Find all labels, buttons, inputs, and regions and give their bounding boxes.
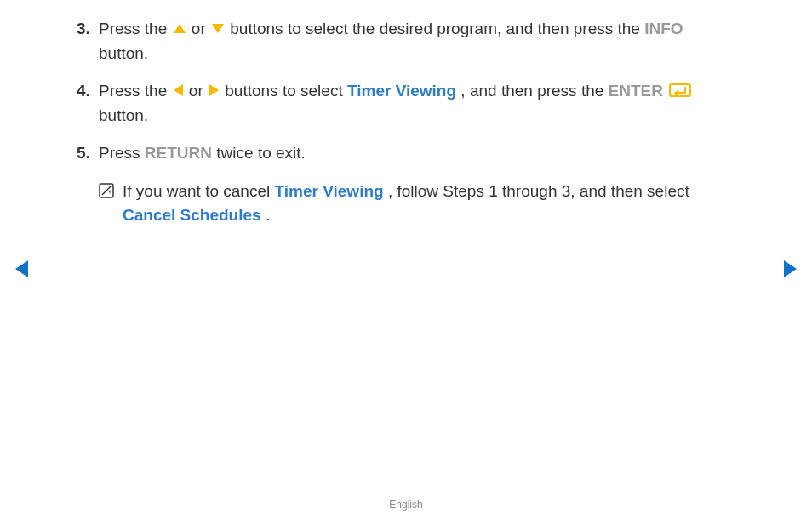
text: buttons to select <box>225 82 347 100</box>
step-number: 3. <box>77 17 99 66</box>
info-button-label: INFO <box>644 20 683 37</box>
instruction-content: 3. Press the or buttons to select the de… <box>0 0 812 228</box>
note-body: If you want to cancel Timer Viewing , fo… <box>123 180 735 228</box>
svg-line-1 <box>102 186 111 195</box>
text: buttons to select the desired program, a… <box>230 20 644 37</box>
text: twice to exit. <box>216 144 306 162</box>
text: or <box>189 82 208 100</box>
step-number: 4. <box>77 79 99 128</box>
text: . <box>266 206 270 224</box>
left-arrow-icon <box>174 84 183 96</box>
right-arrow-icon <box>209 84 219 96</box>
prev-page-button[interactable] <box>15 260 28 277</box>
text: or <box>192 20 210 37</box>
text: button. <box>99 44 148 62</box>
text: , and then press the <box>460 82 608 100</box>
return-button-label: RETURN <box>145 144 212 162</box>
text: Press the <box>99 20 172 37</box>
step-body: Press the or buttons to select the desir… <box>99 17 735 66</box>
down-arrow-icon <box>212 24 224 33</box>
step-number: 5. <box>77 141 99 166</box>
step-body: Press RETURN twice to exit. <box>99 141 735 166</box>
text: Press <box>99 144 145 162</box>
text: Press the <box>99 82 172 100</box>
step-3: 3. Press the or buttons to select the de… <box>77 17 735 66</box>
text: If you want to cancel <box>123 182 275 200</box>
enter-icon <box>669 83 691 97</box>
note-icon <box>99 180 123 228</box>
steps-list: 3. Press the or buttons to select the de… <box>77 17 735 166</box>
step-5: 5. Press RETURN twice to exit. <box>77 141 735 166</box>
enter-button-label: ENTER <box>609 82 663 100</box>
step-4: 4. Press the or buttons to select Timer … <box>77 79 735 128</box>
cancel-schedules-label: Cancel Schedules <box>123 206 261 224</box>
text: , follow Steps 1 through 3, and then sel… <box>388 182 689 200</box>
timer-viewing-label: Timer Viewing <box>275 182 384 200</box>
step-body: Press the or buttons to select Timer Vie… <box>99 79 735 128</box>
next-page-button[interactable] <box>784 260 797 277</box>
up-arrow-icon <box>174 24 186 33</box>
timer-viewing-label: Timer Viewing <box>347 82 456 100</box>
footer-language: English <box>0 499 812 511</box>
note: If you want to cancel Timer Viewing , fo… <box>99 180 735 228</box>
text: button. <box>99 106 148 124</box>
